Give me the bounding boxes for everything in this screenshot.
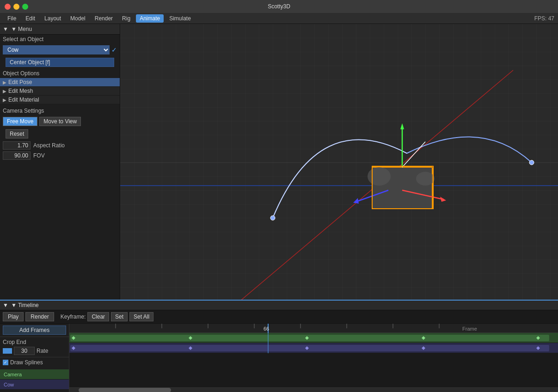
edit-mesh-label: Edit Mesh <box>8 88 33 94</box>
object-options-label: Object Options <box>3 70 39 77</box>
camera-track-name: Camera <box>0 369 69 380</box>
svg-rect-36 <box>70 345 549 351</box>
object-options-label-row: Object Options <box>0 69 120 78</box>
select-object-label-row: Select an Object <box>0 35 120 44</box>
fov-row: FOV <box>0 151 120 161</box>
keyframe-label: Keyframe: <box>61 314 86 320</box>
edit-pose-label: Edit Pose <box>8 79 32 85</box>
aspect-ratio-input[interactable] <box>3 141 31 150</box>
set-all-button[interactable]: Set All <box>129 312 153 321</box>
app-title: Scotty3D <box>268 3 290 10</box>
cow-track-row <box>69 343 558 353</box>
track-names: Camera Cow <box>0 369 69 390</box>
draw-splines-checkbox[interactable]: ✓ <box>3 360 8 365</box>
edit-pose-triangle-icon: ▶ <box>3 80 6 85</box>
cow-track-svg <box>69 343 558 353</box>
check-icon: ✓ <box>111 46 117 54</box>
clear-button[interactable]: Clear <box>87 312 109 321</box>
menu-animate[interactable]: Animate <box>136 14 164 23</box>
aspect-ratio-row: Aspect Ratio <box>0 140 120 151</box>
fov-input[interactable] <box>3 151 31 160</box>
crop-end-slider[interactable] <box>3 348 12 354</box>
center-object-button[interactable]: Center Object [f] <box>6 58 114 67</box>
menu-simulate[interactable]: Simulate <box>166 14 195 23</box>
svg-point-13 <box>368 167 391 186</box>
set-button[interactable]: Set <box>111 312 128 321</box>
camera-track-svg <box>69 333 558 343</box>
reset-button[interactable]: Reset <box>6 129 28 139</box>
free-move-button[interactable]: Free Move <box>3 117 37 126</box>
crop-end-value[interactable] <box>14 347 35 355</box>
window-controls[interactable] <box>5 4 28 10</box>
menu-file[interactable]: File <box>4 14 20 23</box>
select-object-label: Select an Object <box>3 36 43 42</box>
fps-display: FPS: 47 <box>534 15 554 22</box>
timeline: ▼ ▼ Timeline Play Render Keyframe: Clear… <box>0 300 558 392</box>
timeline-tracks-area[interactable]: 66 Frame <box>69 324 558 392</box>
crop-end-label: Crop End <box>3 339 66 345</box>
edit-mesh-row[interactable]: ▶ Edit Mesh <box>0 87 120 96</box>
add-frames-button[interactable]: Add Frames <box>3 326 66 335</box>
timeline-content: Add Frames Crop End Rate ✓ Draw Splines … <box>0 324 558 392</box>
cow-label: Cow <box>4 382 14 387</box>
timeline-title: ▼ Timeline <box>11 302 39 308</box>
cow-track-name: Cow <box>0 380 69 390</box>
ruler-svg: 66 Frame <box>69 324 558 333</box>
menu-layout[interactable]: Layout <box>41 14 65 23</box>
titlebar: Scotty3D <box>0 0 558 13</box>
center-object-row: Center Object [f] <box>0 56 120 69</box>
timeline-section-icon: ▼ <box>3 302 8 308</box>
svg-rect-29 <box>70 335 549 341</box>
reset-row: Reset <box>0 127 120 140</box>
draw-splines-row: ✓ Draw Splines <box>0 357 69 368</box>
maximize-button[interactable] <box>22 4 28 10</box>
menu-model[interactable]: Model <box>67 14 89 23</box>
menu-section-label: ▼ Menu <box>11 26 32 32</box>
left-panel: ▼ ▼ Menu Select an Object Cow ✓ Center O… <box>0 24 120 300</box>
svg-point-16 <box>529 160 534 165</box>
timeline-left-panel: Add Frames Crop End Rate ✓ Draw Splines … <box>0 324 69 392</box>
menubar: File Edit Layout Model Render Rig Animat… <box>0 13 558 24</box>
svg-point-14 <box>416 172 435 186</box>
object-select[interactable]: Cow <box>3 45 110 54</box>
crop-end-row: Crop End Rate <box>0 337 69 357</box>
add-frames-row: Add Frames <box>0 324 69 337</box>
aspect-ratio-label: Aspect Ratio <box>33 142 65 149</box>
svg-rect-1 <box>120 24 558 300</box>
viewport[interactable] <box>120 24 558 300</box>
frame-ruler: 66 Frame <box>69 324 558 333</box>
camera-track-row <box>69 333 558 343</box>
timeline-scrollbar[interactable] <box>69 387 558 392</box>
play-button[interactable]: Play <box>3 312 24 321</box>
fov-label: FOV <box>33 152 45 159</box>
close-button[interactable] <box>5 4 11 10</box>
scrollbar-thumb[interactable] <box>79 388 171 392</box>
menu-render[interactable]: Render <box>91 14 117 23</box>
edit-pose-row[interactable]: ▶ Edit Pose <box>0 78 120 87</box>
viewport-grid <box>120 24 558 300</box>
minimize-button[interactable] <box>13 4 19 10</box>
edit-mesh-triangle-icon: ▶ <box>3 89 6 94</box>
rate-label: Rate <box>37 348 48 354</box>
render-button[interactable]: Render <box>25 312 54 321</box>
draw-splines-label: Draw Splines <box>10 359 43 366</box>
svg-text:66: 66 <box>264 326 269 332</box>
menu-edit[interactable]: Edit <box>22 14 39 23</box>
edit-material-row[interactable]: ▶ Edit Material <box>0 96 120 104</box>
timeline-empty-area <box>69 353 558 387</box>
svg-point-15 <box>270 216 275 220</box>
svg-text:Frame: Frame <box>462 326 477 332</box>
menu-rig[interactable]: Rig <box>118 14 134 23</box>
crop-end-controls: Rate <box>3 347 66 355</box>
timeline-controls: Play Render Keyframe: Clear Set Set All <box>0 310 558 324</box>
camera-label: Camera <box>4 372 22 377</box>
camera-buttons-row: Free Move Move to View <box>0 115 120 127</box>
edit-material-triangle-icon: ▶ <box>3 97 6 103</box>
menu-section-header[interactable]: ▼ ▼ Menu <box>0 24 120 35</box>
timeline-header: ▼ ▼ Timeline <box>0 301 558 310</box>
edit-material-label: Edit Material <box>8 96 39 103</box>
camera-settings-label-row: Camera Settings <box>0 106 120 115</box>
move-to-view-button[interactable]: Move to View <box>39 117 81 126</box>
camera-settings-label: Camera Settings <box>3 108 44 114</box>
object-select-row: Cow ✓ <box>0 44 120 56</box>
